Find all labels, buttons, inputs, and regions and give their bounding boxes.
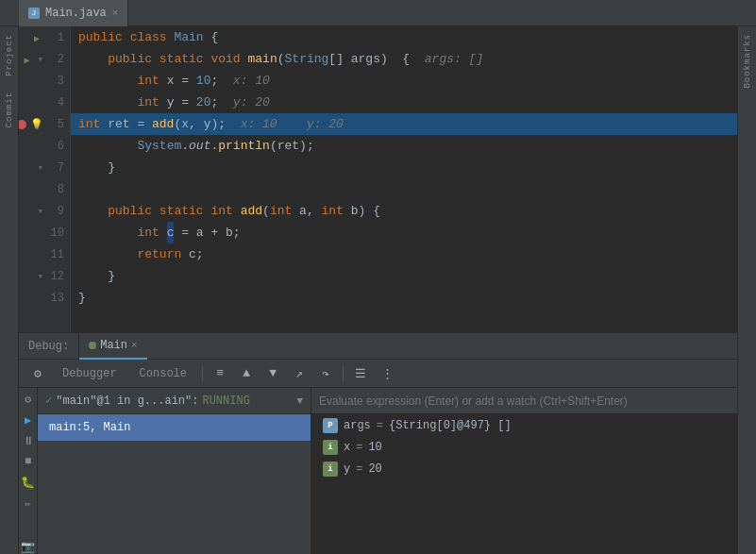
breakpoint-5[interactable]: [19, 120, 26, 129]
status-running: RUNNING: [202, 395, 249, 408]
run-icon-2: ▶: [24, 55, 33, 64]
settings2-icon[interactable]: ☰: [349, 362, 372, 385]
var-val-x: 10: [368, 441, 381, 454]
edit-sidebar-icon[interactable]: ✏: [21, 495, 36, 511]
line-num-6: 6: [47, 140, 64, 153]
var-name-args: args: [344, 419, 371, 432]
code-line-3: int x = 10; x: 10: [71, 70, 737, 92]
camera-sidebar-icon[interactable]: 📷: [21, 539, 36, 554]
code-line-2: public static void main(String[] args) {…: [71, 48, 737, 70]
var-eq-y: =: [356, 462, 362, 476]
var-val-y: 20: [368, 462, 381, 476]
editor-container: ▶ 1 ▶ ▾ 2 3 4: [19, 26, 737, 554]
code-line-13: }: [71, 287, 737, 309]
tab-debugger[interactable]: Debugger: [53, 361, 126, 387]
debug-tab-name: Main: [100, 339, 127, 352]
gutter-row-3: 3: [19, 70, 70, 92]
debug-panel: Debug: Main × ⚙ Debugger Console ≡ ▲: [19, 332, 737, 554]
var-eq-x: =: [356, 441, 362, 454]
rerun-icon[interactable]: ≡: [209, 362, 231, 385]
fold-icon-9[interactable]: ▾: [37, 205, 43, 217]
gutter-row-4: 4: [19, 92, 70, 113]
stop-sidebar-icon[interactable]: ■: [21, 454, 36, 469]
line-num-13: 13: [47, 292, 64, 305]
play-sidebar-icon[interactable]: ▶: [21, 412, 36, 428]
lightbulb-5[interactable]: 💡: [30, 118, 43, 130]
tab-console[interactable]: Console: [130, 361, 196, 387]
stop-icon[interactable]: ↗: [288, 362, 311, 385]
line-num-2: 2: [47, 53, 64, 66]
gutter-row-7: ▾ 7: [19, 157, 70, 178]
frames-filter: ▼: [296, 395, 303, 407]
var-badge-args: P: [323, 418, 338, 433]
gutter-row-2: ▶ ▾ 2: [19, 48, 70, 70]
gutter-row-12: ▾ 12: [19, 265, 70, 287]
gutter-row-10: 10: [19, 222, 70, 243]
console-tab-label: Console: [140, 367, 187, 380]
status-check-icon: ✓: [45, 394, 52, 408]
var-badge-x: i: [323, 440, 338, 455]
frames-panel: ✓ "main"@1 in g...ain": RUNNING ▼ main:5…: [38, 388, 311, 554]
filter-dropdown-icon[interactable]: ▼: [296, 395, 303, 407]
gutter-row-9: ▾ 9: [19, 200, 70, 222]
line-num-10: 10: [47, 227, 64, 240]
bug-sidebar-icon[interactable]: 🐛: [21, 475, 36, 490]
line-num-5: 5: [47, 118, 64, 131]
tab-label: Main.java: [45, 7, 107, 20]
debug-toolbar: ⚙ Debugger Console ≡ ▲ ▼ ↗ ↷ ☰ ⋮: [19, 360, 737, 388]
code-editor[interactable]: ▶ 1 ▶ ▾ 2 3 4: [19, 26, 737, 332]
more-icon[interactable]: ⋮: [376, 362, 398, 385]
tab-close-icon[interactable]: ×: [112, 8, 119, 19]
step-over-icon[interactable]: ↷: [314, 362, 337, 385]
frame-label: main:5, Main: [49, 421, 130, 434]
main-java-tab[interactable]: J Main.java ×: [19, 0, 128, 26]
project-sidebar-label: Project: [3, 26, 16, 84]
debug-content: ✓ "main"@1 in g...ain": RUNNING ▼ main:5…: [38, 388, 737, 554]
var-row-y: i y = 20: [311, 458, 737, 479]
fold-icon-2[interactable]: ▾: [37, 53, 43, 65]
commit-sidebar-label: Commit: [3, 84, 16, 135]
line-num-12: 12: [47, 270, 64, 283]
code-line-1: public class Main {: [71, 26, 737, 48]
settings-icon[interactable]: ⚙: [26, 362, 49, 385]
right-sidebar: Bookmarks: [737, 26, 756, 554]
tab-bar: J Main.java ×: [0, 0, 756, 26]
main-area: Project Commit ▶ 1 ▶ ▾ 2 3: [0, 26, 756, 554]
gutter-row-11: 11: [19, 243, 70, 265]
line-num-9: 9: [47, 205, 64, 218]
toolbar-separator: [202, 366, 203, 381]
var-badge-y: i: [323, 462, 338, 477]
code-lines[interactable]: public class Main { public static void m…: [71, 26, 737, 332]
gear-sidebar-icon[interactable]: ⚙: [21, 392, 36, 407]
thread-text: "main"@1 in g...ain":: [56, 395, 198, 408]
java-file-icon: J: [28, 8, 40, 19]
debug-tab-close[interactable]: ×: [131, 340, 138, 351]
line-gutter: ▶ 1 ▶ ▾ 2 3 4: [19, 26, 71, 332]
debug-body: ⚙ ▶ ⏸ ■ 🐛 ✏ 📷 ✓: [19, 388, 737, 554]
var-row-args: P args = {String[0]@497} []: [311, 414, 737, 436]
thread-status: ✓ "main"@1 in g...ain": RUNNING: [45, 394, 250, 408]
debug-tab-bar: Debug: Main ×: [19, 333, 737, 360]
frames-toolbar: ✓ "main"@1 in g...ain": RUNNING ▼: [38, 388, 311, 414]
var-eq-args: =: [377, 419, 383, 432]
var-val-args: {String[0]@497} []: [389, 419, 512, 432]
gutter-row-1: ▶ 1: [19, 26, 70, 48]
code-line-12: }: [71, 265, 737, 287]
pause-sidebar-icon[interactable]: ⏸: [21, 433, 36, 448]
fold-icon-7[interactable]: ▾: [37, 161, 43, 174]
bookmarks-label: Bookmarks: [741, 26, 754, 96]
line-num-8: 8: [47, 183, 64, 196]
fold-icon-12[interactable]: ▾: [37, 270, 43, 282]
resume-icon[interactable]: ▲: [235, 362, 258, 385]
var-row-x: i x = 10: [311, 436, 737, 458]
code-line-8: [71, 178, 737, 200]
code-line-4: int y = 20; y: 20: [71, 92, 737, 113]
code-line-5: int ret = add(x, y); x: 10 y: 20: [71, 113, 737, 135]
gutter-row-8: 8: [19, 178, 70, 200]
watch-expression-input[interactable]: [319, 395, 730, 408]
pause-icon[interactable]: ▼: [261, 362, 284, 385]
debug-main-tab[interactable]: Main ×: [79, 333, 146, 360]
debug-label: Debug:: [19, 333, 79, 360]
frame-item-main[interactable]: main:5, Main: [38, 414, 311, 441]
line-num-7: 7: [47, 161, 64, 175]
